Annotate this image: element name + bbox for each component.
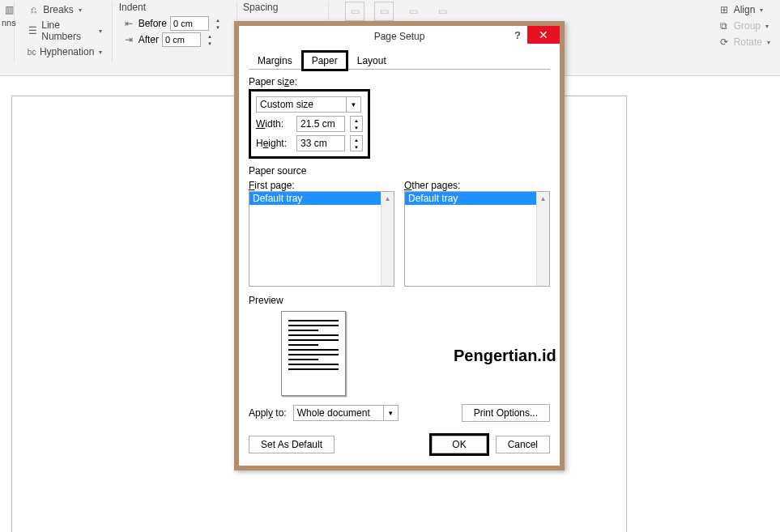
align-icon: ⊞: [718, 3, 731, 16]
hyphenation-icon: bc: [27, 45, 36, 58]
columns-label-fragment: nns: [2, 18, 12, 28]
after-label: After: [139, 34, 159, 45]
line-numbers-icon: ☰: [27, 24, 38, 37]
columns-icon: ▥: [5, 3, 14, 16]
group-icon: ⧉: [718, 19, 731, 32]
tab-paper[interactable]: Paper: [301, 50, 348, 71]
chevron-down-icon: ▾: [79, 6, 82, 14]
tab-layout[interactable]: Layout: [348, 51, 395, 70]
bring-forward-icon[interactable]: ▭: [403, 2, 423, 21]
chevron-down-icon: ▾: [760, 6, 763, 14]
cancel-button[interactable]: Cancel: [496, 436, 550, 453]
preview-label: Preview: [249, 295, 550, 306]
spinner-up[interactable]: ▲: [351, 136, 362, 143]
watermark-text: Pengertian.id: [454, 347, 556, 365]
columns-button[interactable]: ▥: [2, 2, 12, 18]
paper-source-label: Paper source: [249, 165, 550, 177]
list-item[interactable]: Default tray: [249, 192, 394, 205]
apply-to-label: Apply to:: [249, 407, 287, 419]
height-label: Height:: [256, 138, 292, 149]
line-numbers-button[interactable]: ☰ Line Numbers ▾: [23, 18, 105, 44]
page-setup-dialog: Page Setup ? ✕ Margins Paper Layout Pape…: [234, 21, 565, 470]
other-pages-listbox[interactable]: Default tray ▲: [404, 191, 550, 287]
first-page-label: First page:: [249, 180, 394, 191]
help-button[interactable]: ?: [514, 29, 521, 41]
spinner-down[interactable]: ▼: [351, 143, 362, 151]
paper-size-value: Custom size: [257, 99, 346, 110]
chevron-down-icon[interactable]: ▼: [346, 97, 360, 112]
first-page-listbox[interactable]: Default tray ▲: [249, 191, 394, 287]
preview-thumbnail: [281, 311, 346, 396]
hyphenation-label: Hyphenation: [40, 46, 94, 57]
apply-to-combo[interactable]: Whole document ▼: [293, 405, 399, 421]
spinner-down[interactable]: ▼: [204, 40, 215, 47]
spinner-down[interactable]: ▼: [351, 124, 362, 131]
hyphenation-button[interactable]: bc Hyphenation ▾: [23, 44, 105, 60]
width-label: Width:: [256, 118, 292, 130]
position-icon[interactable]: ▭: [345, 2, 364, 21]
wrap-text-icon[interactable]: ▭: [374, 2, 394, 21]
breaks-button[interactable]: ⎌ Breaks ▾: [23, 2, 105, 18]
chevron-down-icon: ▾: [767, 39, 770, 46]
paper-size-label: Paper size:: [249, 76, 550, 87]
breaks-label: Breaks: [43, 4, 73, 15]
spinner-up[interactable]: ▲: [351, 117, 362, 124]
rotate-icon: ⟳: [718, 36, 731, 49]
breaks-icon: ⎌: [27, 3, 40, 16]
list-item[interactable]: Default tray: [405, 192, 549, 205]
spacing-heading: Spacing: [243, 2, 278, 13]
dialog-title: Page Setup: [374, 31, 425, 42]
tab-margins[interactable]: Margins: [249, 51, 301, 70]
align-button[interactable]: ⊞ Align ▾: [714, 2, 774, 18]
height-input[interactable]: [296, 135, 345, 151]
chevron-down-icon: ▾: [99, 28, 102, 35]
other-pages-label: Other pages:: [404, 180, 550, 191]
group-button[interactable]: ⧉ Group ▾: [714, 18, 774, 34]
line-numbers-label: Line Numbers: [41, 19, 94, 42]
print-options-button[interactable]: Print Options...: [462, 404, 550, 422]
indent-right-icon: ⇥: [122, 33, 135, 46]
scrollbar[interactable]: ▲: [536, 192, 549, 286]
scroll-up-icon[interactable]: ▲: [381, 192, 394, 205]
indent-before-input[interactable]: [170, 16, 209, 31]
spinner-up[interactable]: ▲: [212, 16, 224, 23]
chevron-down-icon: ▾: [99, 49, 102, 56]
send-backward-icon[interactable]: ▭: [433, 2, 452, 21]
rotate-button[interactable]: ⟳ Rotate ▾: [714, 34, 774, 50]
indent-after-input[interactable]: [162, 32, 201, 47]
set-default-button[interactable]: Set As Default: [249, 436, 335, 453]
group-label: Group: [734, 20, 761, 32]
before-label: Before: [139, 18, 167, 29]
spinner-up[interactable]: ▲: [204, 32, 215, 40]
chevron-down-icon: ▾: [765, 23, 769, 30]
close-button[interactable]: ✕: [527, 26, 560, 44]
width-input[interactable]: [296, 116, 345, 132]
rotate-label: Rotate: [734, 36, 762, 48]
scroll-up-icon[interactable]: ▲: [537, 192, 549, 205]
spinner-down[interactable]: ▼: [212, 23, 224, 31]
indent-heading: Indent: [119, 2, 146, 13]
indent-left-icon: ⇤: [122, 17, 135, 30]
chevron-down-icon[interactable]: ▼: [383, 406, 398, 420]
scrollbar[interactable]: ▲: [381, 192, 394, 286]
ok-button[interactable]: OK: [432, 436, 486, 453]
align-label: Align: [734, 4, 756, 15]
paper-size-combo[interactable]: Custom size ▼: [256, 96, 361, 113]
apply-to-value: Whole document: [294, 407, 383, 419]
